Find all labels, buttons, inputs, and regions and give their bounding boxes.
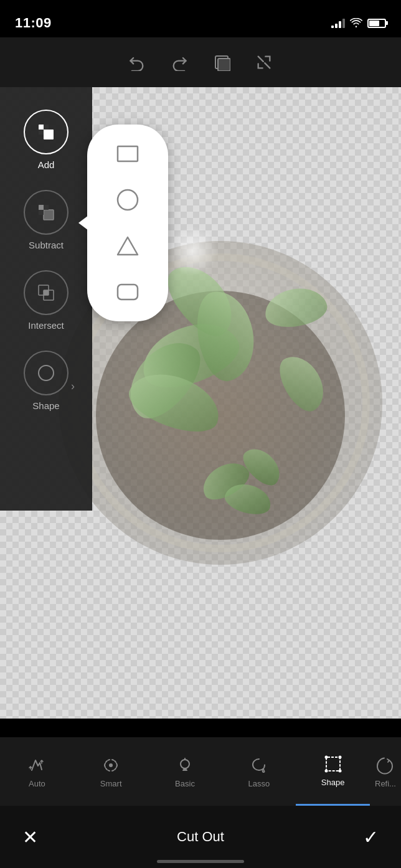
tab-smart[interactable]: Smart [74,737,148,806]
tab-lasso[interactable]: Lasso [222,737,296,806]
add-option[interactable]: Add [0,100,92,180]
undo-button[interactable] [128,54,146,71]
svg-rect-4 [44,125,49,130]
confirm-button[interactable]: ✓ [363,826,379,848]
status-time: 11:09 [15,15,52,31]
svg-rect-20 [183,768,187,770]
status-icons [331,18,386,28]
signal-icon [331,18,345,28]
tab-auto[interactable]: Auto [0,737,74,806]
expand-button[interactable] [255,54,273,71]
tab-basic-label: Basic [175,779,195,788]
svg-point-15 [118,190,138,210]
action-title: Cut Out [177,829,224,845]
intersect-label: Intersect [28,320,64,331]
svg-point-18 [109,763,113,767]
svg-point-19 [181,760,189,768]
shape-option[interactable]: Shape › [0,341,92,421]
tab-smart-label: Smart [100,779,122,788]
wifi-icon [350,18,362,28]
shape-circle-icon [35,362,57,384]
shape-triangle-option[interactable] [111,229,144,263]
toolbar [0,37,401,87]
svg-point-26 [324,770,328,773]
svg-rect-9 [39,210,44,215]
redo-button[interactable] [171,54,188,71]
home-indicator [157,860,244,863]
subtract-icon [35,201,57,224]
tab-lasso-label: Lasso [248,779,270,788]
intersect-option[interactable]: Intersect [0,260,92,341]
shape-circle-option[interactable] [111,183,144,217]
tab-shape-label: Shape [321,778,345,787]
bottom-tabs: Auto Smart Basic Lasso [0,737,401,806]
tab-auto-label: Auto [29,779,45,788]
svg-rect-7 [44,210,54,220]
add-label: Add [38,159,55,170]
shape-rounded-rect-option[interactable] [111,275,144,309]
svg-rect-12 [44,290,49,295]
action-bar: ✕ Cut Out ✓ [0,806,401,868]
svg-rect-14 [118,146,138,161]
shape-label: Shape [32,400,59,411]
tab-shape[interactable]: Shape [296,737,370,806]
svg-rect-23 [326,757,340,771]
intersect-icon [35,281,57,304]
svg-point-13 [39,366,54,380]
svg-point-27 [338,770,341,773]
tab-refine[interactable]: Refi... [370,737,401,806]
svg-rect-5 [39,130,44,134]
layers-button[interactable] [213,54,230,71]
svg-point-24 [324,756,328,759]
svg-point-25 [338,756,341,759]
subtract-label: Subtract [29,240,64,250]
svg-rect-3 [44,130,54,139]
add-icon [35,121,57,143]
shape-chevron-icon: › [71,380,75,393]
shape-popup [87,125,168,321]
tab-basic[interactable]: Basic [148,737,222,806]
svg-rect-17 [118,285,138,300]
tab-refine-label: Refi... [375,779,396,788]
shape-rectangle-option[interactable] [111,137,144,171]
cancel-button[interactable]: ✕ [22,826,38,848]
svg-rect-21 [182,770,187,771]
left-panel: Add Subtract Intersect [0,87,92,511]
svg-rect-8 [44,205,49,210]
battery-icon [367,19,386,28]
svg-marker-16 [118,237,138,255]
status-bar: 11:09 [0,0,401,37]
svg-rect-1 [218,59,230,71]
